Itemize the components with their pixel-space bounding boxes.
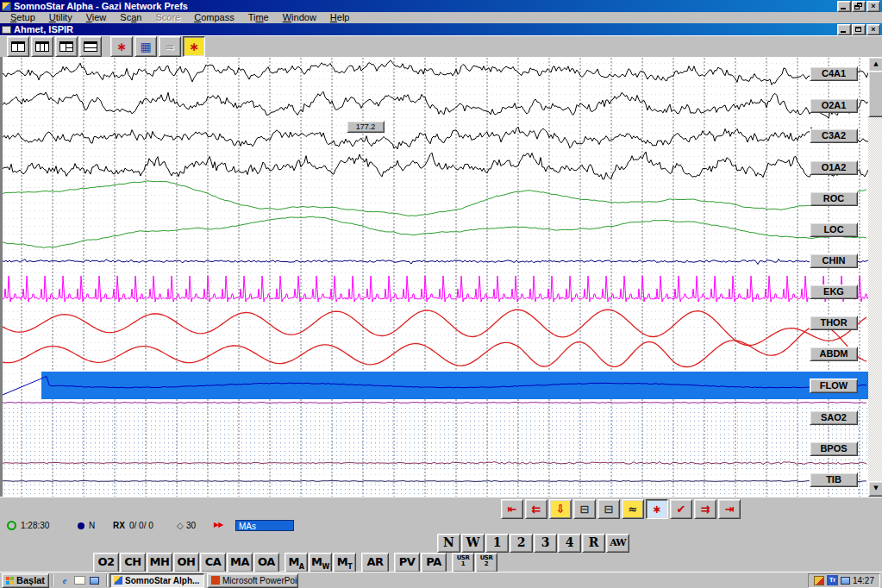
menu-utility[interactable]: Utility [42, 12, 79, 23]
event-button-o2[interactable]: O2 [93, 553, 119, 572]
trace-c4a1 [3, 60, 868, 84]
mail-icon[interactable] [73, 575, 85, 586]
menu-time[interactable]: Time [241, 12, 276, 23]
event-button-ar[interactable]: AR [361, 553, 389, 572]
menu-help[interactable]: Help [323, 12, 357, 23]
stage-button-1[interactable]: 1 [485, 534, 509, 553]
channel-label-abdm[interactable]: ABDM [810, 347, 858, 361]
event-button-row: O2CHMHOHCAMAOAMAMWMTARPVPAUSR1USR2 [93, 553, 497, 572]
arrow-to-end-icon: ⇥ [725, 504, 735, 515]
stage-button-row: NW1234RAW [437, 534, 629, 553]
restore-button[interactable] [852, 1, 866, 12]
minimize-button[interactable] [837, 1, 851, 12]
histogram-grid-button[interactable]: ▦ [134, 36, 157, 57]
channel-label-c4a1[interactable]: C4A1 [810, 66, 858, 81]
stage-button-aw[interactable]: AW [606, 534, 629, 553]
page-back-button[interactable]: ⇇ [525, 499, 547, 519]
montage-star-button[interactable]: ∗ [110, 36, 133, 57]
event-button-pa[interactable]: PA [421, 553, 447, 572]
print-button[interactable]: ⊟ [597, 499, 620, 519]
start-button[interactable]: Başlat [2, 573, 49, 588]
channel-label-bpos[interactable]: BPOS [810, 441, 858, 456]
event-button-oh[interactable]: OH [173, 553, 199, 572]
event-button-ma[interactable]: MA [285, 553, 308, 572]
task-button-0[interactable]: SomnoStar Alph... [109, 573, 204, 588]
channel-label-flow[interactable]: FLOW [810, 378, 858, 393]
scrollbar-thumb[interactable] [868, 71, 882, 117]
goto-start-button[interactable]: ⇤ [501, 499, 523, 519]
trace-sao2 [3, 403, 866, 403]
stage-button-n[interactable]: N [437, 534, 460, 553]
tray-monitor-icon[interactable] [841, 577, 850, 585]
menu-view[interactable]: View [79, 12, 114, 23]
channel-label-c3a2[interactable]: C3A2 [810, 128, 858, 143]
event-button-mt[interactable]: MT [333, 553, 356, 572]
tray-clock: 14:27 [853, 576, 874, 585]
stage-button-w[interactable]: W [461, 534, 485, 553]
event-button-mh[interactable]: MH [147, 553, 172, 572]
channel-label-ekg[interactable]: EKG [810, 285, 858, 299]
menu-setup[interactable]: Setup [3, 12, 42, 23]
doc-minimize-button[interactable] [837, 24, 851, 35]
page-forward-button[interactable]: ⇉ [694, 499, 716, 519]
menu-compass[interactable]: Compass [187, 12, 241, 23]
vertical-scrollbar[interactable]: ▲ ▼ [868, 57, 882, 497]
grid-chart-icon: ▦ [140, 41, 151, 53]
channel-label-tib[interactable]: TIB [810, 472, 858, 487]
internet-explorer-icon[interactable]: e [59, 575, 71, 586]
tray-utility-icon[interactable] [814, 576, 824, 585]
play-arrows-icon[interactable]: ▶▶ [214, 521, 222, 529]
waveform-plot[interactable]: 177.2 C4A1O2A1C3A2O1A2ROCLOCCHINEKGTHORA… [3, 57, 868, 497]
doc-close-button[interactable]: × [866, 24, 880, 35]
stage-button-3[interactable]: 3 [534, 534, 557, 553]
channel-label-o1a2[interactable]: O1A2 [810, 160, 858, 175]
selection-badge[interactable]: MAs [235, 520, 294, 531]
trace-thor [3, 310, 866, 345]
layout-three-pane-button[interactable] [31, 36, 53, 57]
event-button-usr1[interactable]: USR1 [452, 553, 474, 572]
channel-label-chin[interactable]: CHIN [810, 253, 858, 268]
layout-stacked-pane-button[interactable] [79, 36, 102, 57]
stage-button-4[interactable]: 4 [558, 534, 581, 553]
show-desktop-icon[interactable] [88, 575, 100, 586]
print-report-button[interactable]: ⊟ [573, 499, 596, 519]
channel-label-loc[interactable]: LOC [810, 222, 858, 237]
waveform-window-button[interactable]: ≈ [622, 499, 644, 519]
event-button-ch[interactable]: CH [120, 553, 146, 572]
trace-o2a1 [3, 91, 868, 118]
menu-score[interactable]: Score [148, 12, 187, 23]
event-button-pv[interactable]: PV [394, 553, 420, 572]
paging-toolbar: ⇤⇇⇩⊟⊟≈∗✔⇉⇥ [501, 499, 741, 519]
event-button-usr2[interactable]: USR2 [475, 553, 497, 572]
event-button-mw[interactable]: MW [309, 553, 332, 572]
stage-button-r[interactable]: R [582, 534, 605, 553]
event-button-ca[interactable]: CA [200, 553, 226, 572]
waveform-tools-button[interactable]: ≈ [159, 36, 181, 57]
scroll-down-icon[interactable]: ▼ [868, 481, 882, 497]
goto-end-button[interactable]: ⇥ [718, 499, 741, 519]
language-indicator[interactable]: Tr [827, 575, 838, 585]
close-button[interactable]: × [866, 1, 880, 12]
menu-bar: SetupUtilityViewScanScoreCompassTimeWind… [0, 12, 882, 23]
layout-mixed-pane-button[interactable] [55, 36, 78, 57]
task-button-1[interactable]: Microsoft PowerPoin... [207, 573, 298, 588]
channel-label-sao2[interactable]: SAO2 [810, 410, 858, 425]
event-button-oa[interactable]: OA [253, 553, 279, 572]
channel-label-roc[interactable]: ROC [810, 191, 858, 206]
event-display-button[interactable]: ∗ [183, 36, 205, 57]
event-button-ma[interactable]: MA [227, 553, 253, 572]
signal-area: 177.2 C4A1O2A1C3A2O1A2ROCLOCCHINEKGTHORA… [0, 57, 882, 497]
app-icon [2, 2, 11, 11]
layout-two-pane-button[interactable] [7, 36, 29, 57]
score-check-button[interactable]: ✔ [670, 499, 692, 519]
channel-label-thor[interactable]: THOR [810, 316, 858, 330]
save-epoch-button[interactable]: ⇩ [549, 499, 572, 519]
event-overlay-button[interactable]: ∗ [646, 499, 668, 519]
menu-window[interactable]: Window [276, 12, 323, 23]
menu-scan[interactable]: Scan [113, 12, 148, 23]
trace-roc [3, 181, 866, 216]
stage-button-2[interactable]: 2 [510, 534, 533, 553]
patient-name: Ahmet, ISPIR [14, 24, 73, 34]
channel-label-o2a1[interactable]: O2A1 [810, 98, 858, 113]
doc-maximize-button[interactable] [852, 24, 866, 35]
